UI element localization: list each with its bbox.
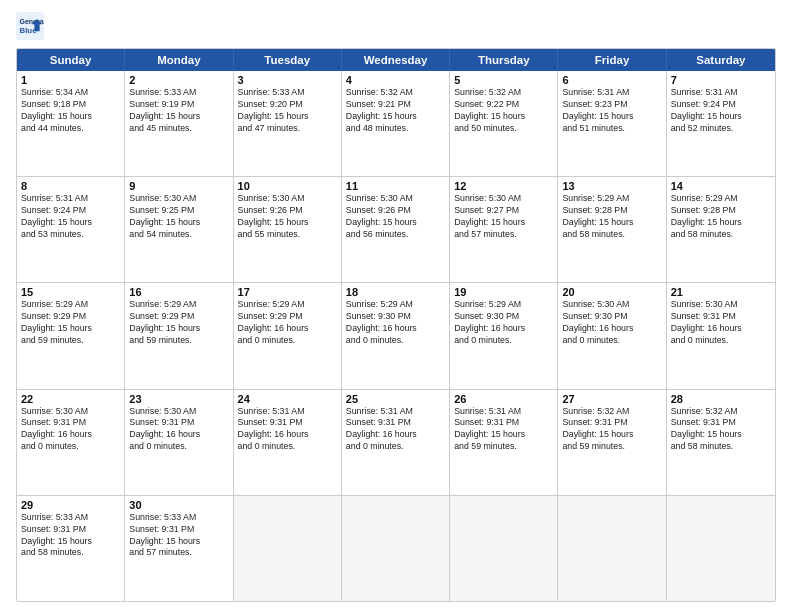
calendar-day-5: 5Sunrise: 5:32 AM Sunset: 9:22 PM Daylig… [450, 71, 558, 176]
calendar-row-5: 29Sunrise: 5:33 AM Sunset: 9:31 PM Dayli… [17, 496, 775, 601]
weekday-header-wednesday: Wednesday [342, 49, 450, 71]
calendar-day-26: 26Sunrise: 5:31 AM Sunset: 9:31 PM Dayli… [450, 390, 558, 495]
day-info: Sunrise: 5:29 AM Sunset: 9:30 PM Dayligh… [346, 299, 445, 347]
day-number: 16 [129, 286, 228, 298]
day-number: 8 [21, 180, 120, 192]
calendar-day-1: 1Sunrise: 5:34 AM Sunset: 9:18 PM Daylig… [17, 71, 125, 176]
calendar-empty-cell [667, 496, 775, 601]
day-info: Sunrise: 5:31 AM Sunset: 9:31 PM Dayligh… [454, 406, 553, 454]
calendar-day-15: 15Sunrise: 5:29 AM Sunset: 9:29 PM Dayli… [17, 283, 125, 388]
day-number: 1 [21, 74, 120, 86]
calendar-row-2: 8Sunrise: 5:31 AM Sunset: 9:24 PM Daylig… [17, 177, 775, 283]
calendar-row-3: 15Sunrise: 5:29 AM Sunset: 9:29 PM Dayli… [17, 283, 775, 389]
day-number: 9 [129, 180, 228, 192]
calendar-day-18: 18Sunrise: 5:29 AM Sunset: 9:30 PM Dayli… [342, 283, 450, 388]
day-info: Sunrise: 5:31 AM Sunset: 9:23 PM Dayligh… [562, 87, 661, 135]
day-number: 23 [129, 393, 228, 405]
day-number: 18 [346, 286, 445, 298]
day-number: 11 [346, 180, 445, 192]
day-number: 24 [238, 393, 337, 405]
day-info: Sunrise: 5:30 AM Sunset: 9:26 PM Dayligh… [346, 193, 445, 241]
calendar-page: General Blue SundayMondayTuesdayWednesda… [0, 0, 792, 612]
day-info: Sunrise: 5:29 AM Sunset: 9:28 PM Dayligh… [562, 193, 661, 241]
day-info: Sunrise: 5:29 AM Sunset: 9:28 PM Dayligh… [671, 193, 771, 241]
weekday-header-friday: Friday [558, 49, 666, 71]
day-info: Sunrise: 5:33 AM Sunset: 9:20 PM Dayligh… [238, 87, 337, 135]
logo-icon: General Blue [16, 12, 44, 40]
calendar-day-23: 23Sunrise: 5:30 AM Sunset: 9:31 PM Dayli… [125, 390, 233, 495]
day-info: Sunrise: 5:29 AM Sunset: 9:30 PM Dayligh… [454, 299, 553, 347]
calendar-day-12: 12Sunrise: 5:30 AM Sunset: 9:27 PM Dayli… [450, 177, 558, 282]
day-info: Sunrise: 5:30 AM Sunset: 9:30 PM Dayligh… [562, 299, 661, 347]
day-info: Sunrise: 5:33 AM Sunset: 9:31 PM Dayligh… [129, 512, 228, 560]
day-info: Sunrise: 5:29 AM Sunset: 9:29 PM Dayligh… [238, 299, 337, 347]
day-number: 19 [454, 286, 553, 298]
day-number: 13 [562, 180, 661, 192]
day-info: Sunrise: 5:30 AM Sunset: 9:31 PM Dayligh… [671, 299, 771, 347]
day-number: 29 [21, 499, 120, 511]
day-number: 26 [454, 393, 553, 405]
day-number: 28 [671, 393, 771, 405]
day-number: 27 [562, 393, 661, 405]
calendar-day-25: 25Sunrise: 5:31 AM Sunset: 9:31 PM Dayli… [342, 390, 450, 495]
calendar-day-4: 4Sunrise: 5:32 AM Sunset: 9:21 PM Daylig… [342, 71, 450, 176]
logo: General Blue [16, 12, 48, 40]
day-number: 30 [129, 499, 228, 511]
day-info: Sunrise: 5:31 AM Sunset: 9:31 PM Dayligh… [238, 406, 337, 454]
day-info: Sunrise: 5:30 AM Sunset: 9:25 PM Dayligh… [129, 193, 228, 241]
calendar-day-6: 6Sunrise: 5:31 AM Sunset: 9:23 PM Daylig… [558, 71, 666, 176]
weekday-header-tuesday: Tuesday [234, 49, 342, 71]
day-number: 5 [454, 74, 553, 86]
calendar-day-24: 24Sunrise: 5:31 AM Sunset: 9:31 PM Dayli… [234, 390, 342, 495]
day-info: Sunrise: 5:31 AM Sunset: 9:31 PM Dayligh… [346, 406, 445, 454]
day-info: Sunrise: 5:32 AM Sunset: 9:22 PM Dayligh… [454, 87, 553, 135]
day-info: Sunrise: 5:30 AM Sunset: 9:31 PM Dayligh… [129, 406, 228, 454]
day-info: Sunrise: 5:34 AM Sunset: 9:18 PM Dayligh… [21, 87, 120, 135]
day-number: 20 [562, 286, 661, 298]
calendar-day-28: 28Sunrise: 5:32 AM Sunset: 9:31 PM Dayli… [667, 390, 775, 495]
day-number: 2 [129, 74, 228, 86]
weekday-header-saturday: Saturday [667, 49, 775, 71]
day-info: Sunrise: 5:31 AM Sunset: 9:24 PM Dayligh… [21, 193, 120, 241]
calendar-body: 1Sunrise: 5:34 AM Sunset: 9:18 PM Daylig… [17, 71, 775, 601]
day-info: Sunrise: 5:29 AM Sunset: 9:29 PM Dayligh… [21, 299, 120, 347]
day-number: 6 [562, 74, 661, 86]
day-number: 15 [21, 286, 120, 298]
calendar-day-9: 9Sunrise: 5:30 AM Sunset: 9:25 PM Daylig… [125, 177, 233, 282]
day-info: Sunrise: 5:30 AM Sunset: 9:31 PM Dayligh… [21, 406, 120, 454]
calendar-row-1: 1Sunrise: 5:34 AM Sunset: 9:18 PM Daylig… [17, 71, 775, 177]
calendar-day-7: 7Sunrise: 5:31 AM Sunset: 9:24 PM Daylig… [667, 71, 775, 176]
day-info: Sunrise: 5:29 AM Sunset: 9:29 PM Dayligh… [129, 299, 228, 347]
calendar-empty-cell [558, 496, 666, 601]
day-number: 21 [671, 286, 771, 298]
weekday-header-sunday: Sunday [17, 49, 125, 71]
calendar-day-21: 21Sunrise: 5:30 AM Sunset: 9:31 PM Dayli… [667, 283, 775, 388]
calendar-empty-cell [342, 496, 450, 601]
page-header: General Blue [16, 12, 776, 40]
calendar-day-14: 14Sunrise: 5:29 AM Sunset: 9:28 PM Dayli… [667, 177, 775, 282]
day-number: 17 [238, 286, 337, 298]
day-info: Sunrise: 5:32 AM Sunset: 9:21 PM Dayligh… [346, 87, 445, 135]
calendar-day-27: 27Sunrise: 5:32 AM Sunset: 9:31 PM Dayli… [558, 390, 666, 495]
day-number: 4 [346, 74, 445, 86]
calendar-empty-cell [234, 496, 342, 601]
calendar-day-16: 16Sunrise: 5:29 AM Sunset: 9:29 PM Dayli… [125, 283, 233, 388]
day-info: Sunrise: 5:30 AM Sunset: 9:27 PM Dayligh… [454, 193, 553, 241]
calendar-day-11: 11Sunrise: 5:30 AM Sunset: 9:26 PM Dayli… [342, 177, 450, 282]
calendar-empty-cell [450, 496, 558, 601]
day-info: Sunrise: 5:31 AM Sunset: 9:24 PM Dayligh… [671, 87, 771, 135]
weekday-header-monday: Monday [125, 49, 233, 71]
day-number: 25 [346, 393, 445, 405]
calendar-day-29: 29Sunrise: 5:33 AM Sunset: 9:31 PM Dayli… [17, 496, 125, 601]
calendar-grid: SundayMondayTuesdayWednesdayThursdayFrid… [16, 48, 776, 602]
weekday-header-thursday: Thursday [450, 49, 558, 71]
day-info: Sunrise: 5:33 AM Sunset: 9:31 PM Dayligh… [21, 512, 120, 560]
day-number: 22 [21, 393, 120, 405]
calendar-header-row: SundayMondayTuesdayWednesdayThursdayFrid… [17, 49, 775, 71]
calendar-day-13: 13Sunrise: 5:29 AM Sunset: 9:28 PM Dayli… [558, 177, 666, 282]
calendar-day-2: 2Sunrise: 5:33 AM Sunset: 9:19 PM Daylig… [125, 71, 233, 176]
day-number: 10 [238, 180, 337, 192]
calendar-day-8: 8Sunrise: 5:31 AM Sunset: 9:24 PM Daylig… [17, 177, 125, 282]
day-number: 12 [454, 180, 553, 192]
day-info: Sunrise: 5:32 AM Sunset: 9:31 PM Dayligh… [562, 406, 661, 454]
